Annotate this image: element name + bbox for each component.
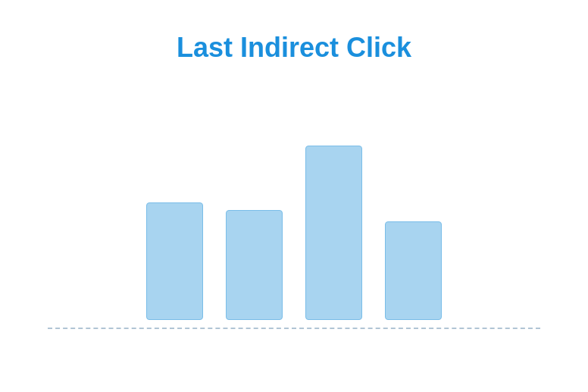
baseline-dashed-line — [48, 328, 540, 329]
bar-3 — [305, 146, 362, 320]
bar-2 — [226, 210, 283, 320]
bar-4 — [385, 221, 442, 320]
chart-title: Last Indirect Click — [177, 31, 411, 64]
bars-area — [48, 123, 540, 328]
bar-chart — [48, 86, 540, 329]
bar-1 — [146, 202, 203, 320]
